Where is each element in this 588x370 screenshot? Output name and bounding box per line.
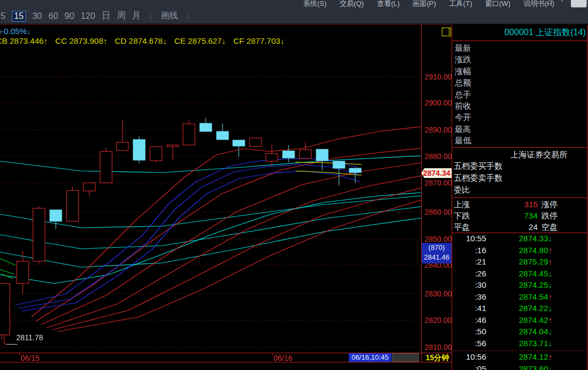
tick-price: 2873.60 <box>519 364 548 370</box>
period-button-日[interactable]: 日 <box>102 10 110 22</box>
down-arrow-icon: ↓ <box>548 339 553 348</box>
tick-value: 2875.29↑ <box>490 257 552 266</box>
panel-divider <box>452 147 587 148</box>
period-button-月[interactable]: 月 <box>132 10 141 22</box>
ma-value-cd: CD 2874.678↓ <box>115 36 167 45</box>
tick-value: 2874.12↑ <box>490 352 552 361</box>
panel-divider <box>452 197 587 198</box>
y-axis[interactable]: 2910.002900.002890.002880.002870.002860.… <box>421 25 452 353</box>
menu-item-画面[interactable]: 画面(P) <box>413 0 436 8</box>
tick-value: 2874.25↓ <box>490 280 552 289</box>
ma-line <box>18 164 358 308</box>
page-icon[interactable] <box>442 28 451 36</box>
period-button-15[interactable]: 15 <box>12 11 26 22</box>
draw-line-button[interactable]: 画线 <box>161 10 178 22</box>
y-axis-label: 2890.00 <box>424 125 452 134</box>
y-axis-label: 2910.00 <box>424 72 452 81</box>
x-axis-spacer <box>392 353 419 362</box>
low-marker-hook <box>4 335 7 344</box>
candle-body <box>349 168 361 173</box>
up-arrow-icon: ↑ <box>548 292 553 301</box>
tick-value: 2873.60↓ <box>490 364 552 370</box>
menu-item-系统[interactable]: 系统(S) <box>303 0 326 8</box>
info-box-line1: (870) <box>422 243 452 253</box>
ma-line <box>47 176 421 328</box>
ma-line <box>296 162 362 164</box>
toolbar-separator-icon: ⋮ <box>147 12 154 20</box>
period-button-周[interactable]: 周 <box>117 10 126 22</box>
depth-label-2: 委比 <box>454 185 470 195</box>
field-label-7: 最高 <box>455 124 471 135</box>
y-axis-label: 2830.00 <box>424 289 452 298</box>
tick-time: 10:55 <box>454 234 486 243</box>
tick-separator <box>453 351 587 351</box>
panel-divider <box>452 41 587 41</box>
down-arrow-icon: ↓ <box>548 303 553 313</box>
tick-price: 2874.33 <box>519 234 548 243</box>
period-button-90[interactable]: 90 <box>64 11 74 21</box>
tick-value: 2873.71↓ <box>490 339 552 348</box>
tick-time: :05 <box>454 364 486 370</box>
period-button-5[interactable]: 5 <box>1 11 5 21</box>
breadth-label: 下跌 <box>454 211 470 221</box>
ma-value-cc: CC 2873.908↑ <box>55 36 107 45</box>
chart-canvas[interactable]: )-0.05%↓ CB 2873.446↑CC 2873.908↑CD 2874… <box>0 25 421 353</box>
tick-value: 2874.45↓ <box>490 269 552 278</box>
window-control-button[interactable] <box>571 0 587 8</box>
down-arrow-icon: ↓ <box>548 280 553 289</box>
field-label-2: 涨幅 <box>455 67 471 77</box>
breadth-label: 平盘 <box>454 222 470 233</box>
candle-body <box>0 283 10 335</box>
tick-price: 2874.54 <box>519 292 548 301</box>
candle-body <box>50 210 62 221</box>
x-cursor-datetime: 06/16,10:45 <box>349 353 391 362</box>
menu-item-查看[interactable]: 查看(L) <box>377 0 400 8</box>
ma-line <box>0 218 421 267</box>
current-price-tag: 2874.34 <box>421 168 452 178</box>
period-button-120[interactable]: 120 <box>81 11 95 21</box>
window-minimize-icon[interactable]: ─ ▫ <box>548 0 566 4</box>
tick-time: :30 <box>454 280 486 289</box>
indicator-line-1: )-0.05%↓ <box>0 27 31 36</box>
y-axis-label: 2870.00 <box>424 179 452 187</box>
tick-time: :56 <box>454 339 486 348</box>
tick-time: :41 <box>454 303 486 313</box>
field-label-5: 前收 <box>455 101 471 111</box>
quote-panel: 000001 上证指数(14) 上海证券交易所 10:552874.33↓:16… <box>452 25 588 370</box>
tick-price: 2875.29 <box>519 257 548 266</box>
candle-body <box>133 140 145 160</box>
tick-price: 2873.71 <box>519 339 548 348</box>
tick-time: 10:56 <box>454 352 486 361</box>
down-arrow-icon: ↓ <box>548 234 553 243</box>
candlestick-svg <box>0 25 421 353</box>
tick-time: :50 <box>454 327 486 336</box>
menu-item-交易[interactable]: 交易(Q) <box>339 0 364 8</box>
candle-body <box>217 131 228 140</box>
y-axis-label: 2820.00 <box>424 316 452 325</box>
tick-value: 2874.80↑ <box>490 246 552 255</box>
field-label-0: 最新 <box>455 43 471 54</box>
menu-item-窗口[interactable]: 窗口(W) <box>485 0 511 8</box>
tick-price: 2874.42 <box>519 315 548 325</box>
up-arrow-icon: ↑ <box>548 352 553 361</box>
period-button-60[interactable]: 60 <box>49 11 58 21</box>
tick-price: 2874.25 <box>519 280 548 289</box>
field-label-3: 总额 <box>455 78 471 88</box>
breadth-value: 315 <box>506 200 538 209</box>
candle-body <box>250 138 262 147</box>
trading-terminal: 系统(S)交易(Q)查看(L)画面(P)工具(T)窗口(W)说明书(H)─ ▫ … <box>0 0 588 370</box>
tick-time: :16 <box>454 246 486 255</box>
breadth-suffix: 涨停 <box>541 200 558 210</box>
period-button-30[interactable]: 30 <box>32 11 42 21</box>
down-arrow-icon: ↓ <box>548 269 553 278</box>
ma-value-cb: CB 2873.446↑ <box>0 36 48 45</box>
low-price-label: 2811.78 <box>16 333 43 342</box>
tick-value: 2874.54↑ <box>490 292 552 301</box>
field-label-1: 涨跌 <box>455 55 471 65</box>
tick-time: :36 <box>454 292 486 301</box>
menu-item-工具[interactable]: 工具(T) <box>449 0 472 8</box>
period-toolbar: 515306090120日周月⋮画线⋮ <box>0 8 588 24</box>
tick-price: 2874.22 <box>519 303 548 313</box>
x-date-label: 06/16 <box>273 354 292 362</box>
y-axis-label: 2860.00 <box>424 208 452 216</box>
